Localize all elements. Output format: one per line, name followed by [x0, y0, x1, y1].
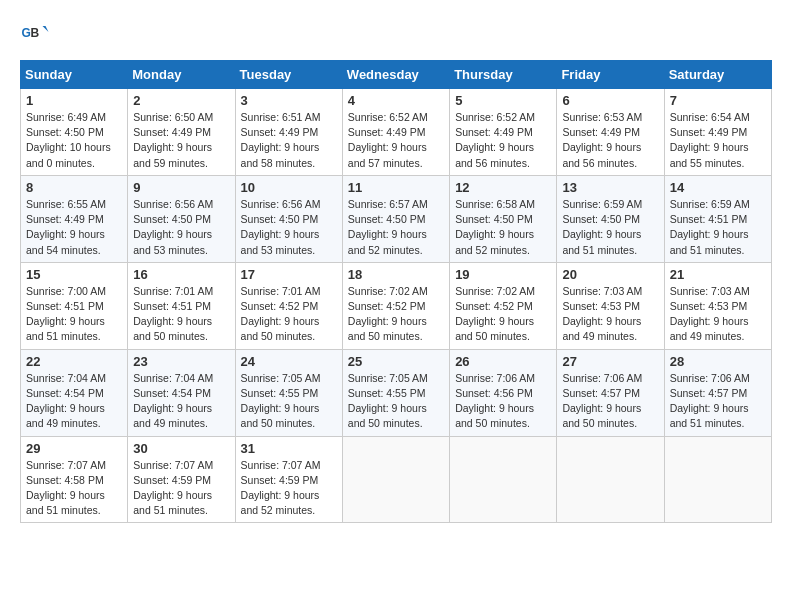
col-header-monday: Monday	[128, 61, 235, 89]
svg-text:G: G	[22, 26, 31, 40]
calendar-day-4: 4 Sunrise: 6:52 AM Sunset: 4:49 PM Dayli…	[342, 89, 449, 176]
day-detail: Sunrise: 6:53 AM Sunset: 4:49 PM Dayligh…	[562, 110, 658, 171]
calendar-day-14: 14 Sunrise: 6:59 AM Sunset: 4:51 PM Dayl…	[664, 175, 771, 262]
day-number: 29	[26, 441, 122, 456]
day-number: 3	[241, 93, 337, 108]
logo: G B	[20, 20, 54, 50]
day-number: 1	[26, 93, 122, 108]
calendar-day-23: 23 Sunrise: 7:04 AM Sunset: 4:54 PM Dayl…	[128, 349, 235, 436]
day-number: 28	[670, 354, 766, 369]
calendar-day-6: 6 Sunrise: 6:53 AM Sunset: 4:49 PM Dayli…	[557, 89, 664, 176]
day-number: 20	[562, 267, 658, 282]
day-number: 11	[348, 180, 444, 195]
day-number: 2	[133, 93, 229, 108]
calendar-day-25: 25 Sunrise: 7:05 AM Sunset: 4:55 PM Dayl…	[342, 349, 449, 436]
calendar-day-28: 28 Sunrise: 7:06 AM Sunset: 4:57 PM Dayl…	[664, 349, 771, 436]
calendar-day-13: 13 Sunrise: 6:59 AM Sunset: 4:50 PM Dayl…	[557, 175, 664, 262]
calendar-day-31: 31 Sunrise: 7:07 AM Sunset: 4:59 PM Dayl…	[235, 436, 342, 523]
calendar-day-12: 12 Sunrise: 6:58 AM Sunset: 4:50 PM Dayl…	[450, 175, 557, 262]
svg-marker-2	[43, 26, 49, 32]
day-detail: Sunrise: 6:58 AM Sunset: 4:50 PM Dayligh…	[455, 197, 551, 258]
calendar-day-5: 5 Sunrise: 6:52 AM Sunset: 4:49 PM Dayli…	[450, 89, 557, 176]
day-number: 30	[133, 441, 229, 456]
day-number: 25	[348, 354, 444, 369]
day-number: 9	[133, 180, 229, 195]
day-number: 31	[241, 441, 337, 456]
page-header: G B	[20, 20, 772, 50]
day-number: 23	[133, 354, 229, 369]
day-number: 15	[26, 267, 122, 282]
day-number: 8	[26, 180, 122, 195]
empty-cell	[664, 436, 771, 523]
day-detail: Sunrise: 7:05 AM Sunset: 4:55 PM Dayligh…	[241, 371, 337, 432]
day-detail: Sunrise: 6:56 AM Sunset: 4:50 PM Dayligh…	[241, 197, 337, 258]
logo-icon: G B	[20, 20, 50, 50]
day-number: 22	[26, 354, 122, 369]
day-detail: Sunrise: 7:02 AM Sunset: 4:52 PM Dayligh…	[455, 284, 551, 345]
day-detail: Sunrise: 7:07 AM Sunset: 4:59 PM Dayligh…	[241, 458, 337, 519]
day-number: 6	[562, 93, 658, 108]
col-header-wednesday: Wednesday	[342, 61, 449, 89]
day-detail: Sunrise: 7:01 AM Sunset: 4:52 PM Dayligh…	[241, 284, 337, 345]
calendar-day-22: 22 Sunrise: 7:04 AM Sunset: 4:54 PM Dayl…	[21, 349, 128, 436]
day-detail: Sunrise: 7:04 AM Sunset: 4:54 PM Dayligh…	[26, 371, 122, 432]
calendar-day-21: 21 Sunrise: 7:03 AM Sunset: 4:53 PM Dayl…	[664, 262, 771, 349]
calendar-day-8: 8 Sunrise: 6:55 AM Sunset: 4:49 PM Dayli…	[21, 175, 128, 262]
day-detail: Sunrise: 7:06 AM Sunset: 4:56 PM Dayligh…	[455, 371, 551, 432]
col-header-tuesday: Tuesday	[235, 61, 342, 89]
day-number: 19	[455, 267, 551, 282]
calendar-day-1: 1 Sunrise: 6:49 AM Sunset: 4:50 PM Dayli…	[21, 89, 128, 176]
col-header-friday: Friday	[557, 61, 664, 89]
day-detail: Sunrise: 7:07 AM Sunset: 4:58 PM Dayligh…	[26, 458, 122, 519]
calendar-day-19: 19 Sunrise: 7:02 AM Sunset: 4:52 PM Dayl…	[450, 262, 557, 349]
day-detail: Sunrise: 6:51 AM Sunset: 4:49 PM Dayligh…	[241, 110, 337, 171]
day-number: 21	[670, 267, 766, 282]
day-detail: Sunrise: 7:05 AM Sunset: 4:55 PM Dayligh…	[348, 371, 444, 432]
calendar-day-16: 16 Sunrise: 7:01 AM Sunset: 4:51 PM Dayl…	[128, 262, 235, 349]
col-header-sunday: Sunday	[21, 61, 128, 89]
calendar-table: SundayMondayTuesdayWednesdayThursdayFrid…	[20, 60, 772, 523]
day-detail: Sunrise: 7:00 AM Sunset: 4:51 PM Dayligh…	[26, 284, 122, 345]
day-detail: Sunrise: 6:59 AM Sunset: 4:50 PM Dayligh…	[562, 197, 658, 258]
calendar-day-2: 2 Sunrise: 6:50 AM Sunset: 4:49 PM Dayli…	[128, 89, 235, 176]
day-detail: Sunrise: 6:52 AM Sunset: 4:49 PM Dayligh…	[348, 110, 444, 171]
day-number: 18	[348, 267, 444, 282]
day-number: 12	[455, 180, 551, 195]
day-detail: Sunrise: 7:03 AM Sunset: 4:53 PM Dayligh…	[670, 284, 766, 345]
day-number: 24	[241, 354, 337, 369]
calendar-day-3: 3 Sunrise: 6:51 AM Sunset: 4:49 PM Dayli…	[235, 89, 342, 176]
day-detail: Sunrise: 7:06 AM Sunset: 4:57 PM Dayligh…	[670, 371, 766, 432]
day-number: 13	[562, 180, 658, 195]
day-number: 26	[455, 354, 551, 369]
calendar-day-10: 10 Sunrise: 6:56 AM Sunset: 4:50 PM Dayl…	[235, 175, 342, 262]
calendar-day-15: 15 Sunrise: 7:00 AM Sunset: 4:51 PM Dayl…	[21, 262, 128, 349]
empty-cell	[342, 436, 449, 523]
day-detail: Sunrise: 6:56 AM Sunset: 4:50 PM Dayligh…	[133, 197, 229, 258]
day-number: 5	[455, 93, 551, 108]
calendar-day-27: 27 Sunrise: 7:06 AM Sunset: 4:57 PM Dayl…	[557, 349, 664, 436]
calendar-day-30: 30 Sunrise: 7:07 AM Sunset: 4:59 PM Dayl…	[128, 436, 235, 523]
calendar-day-26: 26 Sunrise: 7:06 AM Sunset: 4:56 PM Dayl…	[450, 349, 557, 436]
day-number: 7	[670, 93, 766, 108]
day-number: 16	[133, 267, 229, 282]
day-number: 14	[670, 180, 766, 195]
empty-cell	[557, 436, 664, 523]
day-number: 4	[348, 93, 444, 108]
day-detail: Sunrise: 6:49 AM Sunset: 4:50 PM Dayligh…	[26, 110, 122, 171]
day-number: 17	[241, 267, 337, 282]
day-detail: Sunrise: 6:50 AM Sunset: 4:49 PM Dayligh…	[133, 110, 229, 171]
day-number: 27	[562, 354, 658, 369]
day-detail: Sunrise: 7:04 AM Sunset: 4:54 PM Dayligh…	[133, 371, 229, 432]
calendar-day-18: 18 Sunrise: 7:02 AM Sunset: 4:52 PM Dayl…	[342, 262, 449, 349]
empty-cell	[450, 436, 557, 523]
calendar-day-29: 29 Sunrise: 7:07 AM Sunset: 4:58 PM Dayl…	[21, 436, 128, 523]
day-detail: Sunrise: 7:02 AM Sunset: 4:52 PM Dayligh…	[348, 284, 444, 345]
calendar-day-7: 7 Sunrise: 6:54 AM Sunset: 4:49 PM Dayli…	[664, 89, 771, 176]
col-header-saturday: Saturday	[664, 61, 771, 89]
calendar-day-17: 17 Sunrise: 7:01 AM Sunset: 4:52 PM Dayl…	[235, 262, 342, 349]
col-header-thursday: Thursday	[450, 61, 557, 89]
day-detail: Sunrise: 6:52 AM Sunset: 4:49 PM Dayligh…	[455, 110, 551, 171]
day-detail: Sunrise: 7:01 AM Sunset: 4:51 PM Dayligh…	[133, 284, 229, 345]
calendar-day-20: 20 Sunrise: 7:03 AM Sunset: 4:53 PM Dayl…	[557, 262, 664, 349]
day-detail: Sunrise: 7:07 AM Sunset: 4:59 PM Dayligh…	[133, 458, 229, 519]
